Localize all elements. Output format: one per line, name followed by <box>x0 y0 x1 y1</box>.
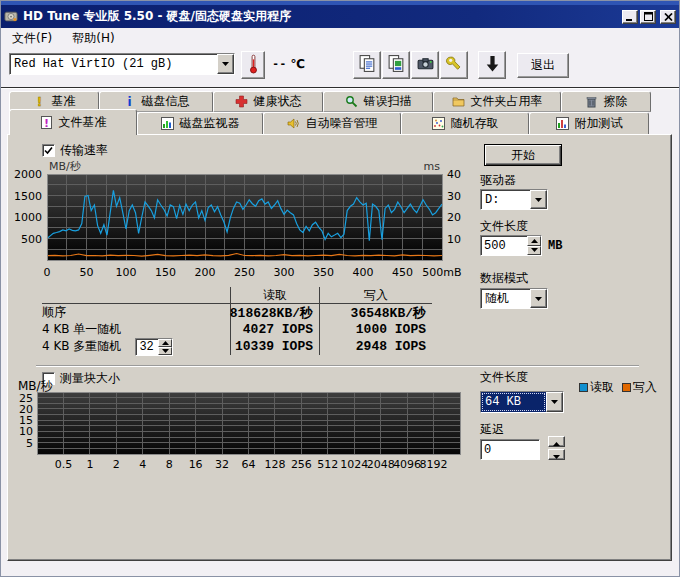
svg-text:8192: 8192 <box>420 458 448 471</box>
svg-text:150: 150 <box>155 266 176 279</box>
svg-text:10: 10 <box>447 233 461 246</box>
save-results-button[interactable] <box>478 51 506 79</box>
block-size-checkbox[interactable]: 测量块大小 <box>42 370 120 387</box>
data-mode-label: 数据模式 <box>480 270 528 287</box>
delay-input[interactable]: 0 <box>480 439 540 460</box>
svg-text:300: 300 <box>274 266 295 279</box>
svg-text:10: 10 <box>19 425 33 438</box>
tab-health[interactable]: 健康状态 <box>213 91 323 112</box>
block-file-length-combo[interactable]: 64 KB <box>480 391 564 413</box>
noise-management-icon <box>287 117 301 131</box>
drive-select-combo[interactable]: Red Hat VirtIO (21 gB) <box>9 53 235 75</box>
svg-text:MB/秒: MB/秒 <box>49 160 82 173</box>
svg-text:0: 0 <box>44 266 51 279</box>
file-length-spinner[interactable]: 500 <box>480 235 542 256</box>
tab-label: 磁盘信息 <box>142 93 190 110</box>
exit-button[interactable]: 退出 <box>517 53 569 78</box>
svg-text:!: ! <box>37 95 42 108</box>
window-title: HD Tune 专业版 5.50 - 硬盘/固态硬盘实用程序 <box>23 8 620 25</box>
checkbox-label: 传输速率 <box>60 142 108 159</box>
tab-erase[interactable]: 擦除 <box>561 91 651 112</box>
tab-file-benchmark[interactable]: !文件基准 <box>9 109 137 135</box>
svg-text:25: 25 <box>19 392 33 405</box>
checkbox-label: 测量块大小 <box>60 370 120 387</box>
svg-text:8: 8 <box>166 458 173 471</box>
spin-up-icon[interactable] <box>527 236 541 246</box>
tab-random-access[interactable]: 随机存取 <box>401 112 529 135</box>
tab-label: 错误扫描 <box>364 93 412 110</box>
copy-image-button[interactable] <box>382 51 410 79</box>
down-arrow-icon <box>483 54 502 76</box>
chevron-down-icon[interactable] <box>530 190 547 209</box>
tab-label: 自动噪音管理 <box>306 115 378 132</box>
close-button[interactable] <box>660 10 676 24</box>
svg-text:2048: 2048 <box>367 458 395 471</box>
read-value-cell: 10339 IOPS <box>230 338 319 355</box>
svg-text:!: ! <box>44 117 49 130</box>
data-mode-combo[interactable]: 随机 <box>480 288 548 309</box>
temperature-button[interactable] <box>241 51 265 79</box>
svg-text:200: 200 <box>195 266 216 279</box>
write-value-cell: 36548KB/秒 <box>319 304 432 321</box>
row-label-text: 4 KB 多重随机 <box>42 338 121 355</box>
svg-text:30: 30 <box>447 190 461 203</box>
read-value-cell: 818628KB/秒 <box>230 304 319 321</box>
write-column-header: 写入 <box>319 287 432 304</box>
start-button[interactable]: 开始 <box>484 144 562 166</box>
legend-swatch <box>579 383 588 392</box>
svg-text:2: 2 <box>113 458 120 471</box>
tab-folder-usage[interactable]: 文件夹占用率 <box>433 91 561 112</box>
delay-spin-down-button[interactable] <box>548 449 565 460</box>
chevron-down-icon[interactable] <box>217 54 234 74</box>
tab-extra-tests[interactable]: 附加测试 <box>529 112 649 135</box>
copy-text-button[interactable] <box>353 51 381 79</box>
chevron-down-icon[interactable] <box>546 392 563 412</box>
options-button[interactable] <box>440 51 468 79</box>
drive-select-value: Red Hat VirtIO (21 gB) <box>10 54 217 74</box>
tab-disk-monitor[interactable]: 磁盘监视器 <box>137 112 263 135</box>
svg-text:250: 250 <box>234 266 255 279</box>
checkbox-box[interactable] <box>42 144 55 157</box>
error-scan-icon <box>345 95 359 109</box>
temperature-value: -- <box>272 58 286 72</box>
table-row-label: 4 KB 多重随机32 <box>42 338 230 355</box>
spin-up-icon[interactable] <box>158 339 172 347</box>
tab-noise-management[interactable]: 自动噪音管理 <box>263 112 401 135</box>
temperature-display: -- ℃ <box>272 57 305 72</box>
chevron-down-icon[interactable] <box>530 289 547 308</box>
tab-label: 磁盘监视器 <box>180 115 240 132</box>
svg-text:500: 500 <box>21 233 42 246</box>
menu-help[interactable]: 帮助(H) <box>69 29 117 48</box>
file-length-unit: MB <box>548 239 562 253</box>
transfer-rate-checkbox[interactable]: 传输速率 <box>42 142 108 159</box>
svg-text:512: 512 <box>317 458 338 471</box>
svg-text:1: 1 <box>86 458 93 471</box>
file-length-value[interactable]: 500 <box>481 236 527 255</box>
drive-combo[interactable]: D: <box>480 189 548 210</box>
queue-depth-value[interactable]: 32 <box>136 339 158 355</box>
svg-text:1000: 1000 <box>14 211 42 224</box>
delay-value[interactable]: 0 <box>481 440 539 459</box>
tab-label: 文件夹占用率 <box>471 93 543 110</box>
spin-down-icon[interactable] <box>527 246 541 256</box>
delay-spin-up-button[interactable] <box>548 436 565 447</box>
file-length-label: 文件长度 <box>480 218 528 235</box>
tab-error-scan[interactable]: 错误扫描 <box>323 91 433 112</box>
menu-file[interactable]: 文件(F) <box>9 29 55 48</box>
spin-down-icon[interactable] <box>158 347 172 355</box>
svg-text:0.5: 0.5 <box>55 458 73 471</box>
minimize-button[interactable] <box>622 10 638 24</box>
row-label-text: 4 KB 单一随机 <box>42 321 121 338</box>
svg-text:16: 16 <box>189 458 203 471</box>
svg-text:100: 100 <box>116 266 137 279</box>
queue-depth-spinner[interactable]: 32 <box>135 338 173 356</box>
svg-text:128: 128 <box>264 458 285 471</box>
erase-icon <box>585 95 599 109</box>
maximize-button[interactable] <box>640 10 656 24</box>
screenshot-button[interactable] <box>411 51 439 79</box>
data-mode-value: 随机 <box>481 289 530 308</box>
file-benchmark-icon: ! <box>40 116 54 130</box>
svg-text:2000: 2000 <box>14 168 42 181</box>
tab-row-2: !文件基准磁盘监视器自动噪音管理随机存取附加测试 <box>9 112 649 135</box>
table-corner-cell <box>42 287 230 304</box>
